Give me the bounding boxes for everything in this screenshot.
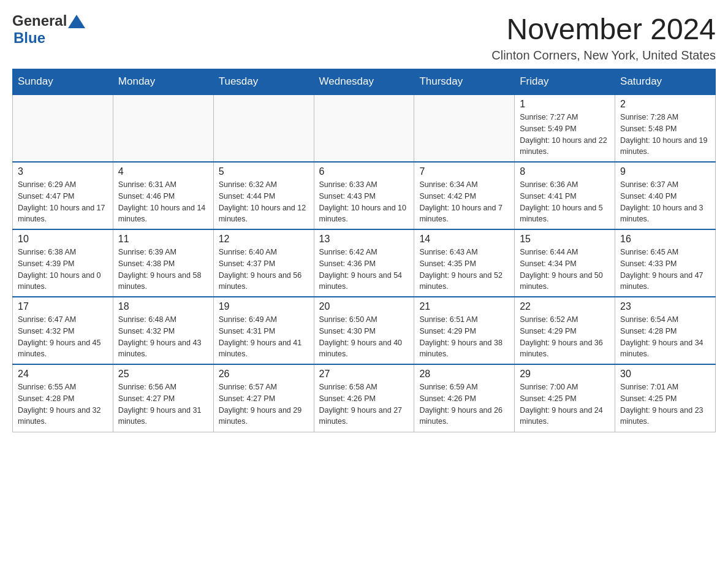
day-info: Sunrise: 6:43 AMSunset: 4:35 PMDaylight:… <box>419 247 509 293</box>
day-number: 18 <box>118 301 208 312</box>
day-number: 3 <box>18 166 108 177</box>
logo-triangle-icon <box>68 15 85 28</box>
day-number: 14 <box>419 234 509 245</box>
day-number: 22 <box>520 301 610 312</box>
calendar-cell-w4-d6: 22Sunrise: 6:52 AMSunset: 4:29 PMDayligh… <box>515 297 615 364</box>
calendar-cell-w1-d1 <box>13 94 113 162</box>
day-info: Sunrise: 6:36 AMSunset: 4:41 PMDaylight:… <box>520 179 610 225</box>
day-number: 29 <box>520 369 610 380</box>
logo: General Blue <box>12 12 85 47</box>
day-info: Sunrise: 6:34 AMSunset: 4:42 PMDaylight:… <box>419 179 509 225</box>
calendar-cell-w1-d2 <box>113 94 213 162</box>
day-info: Sunrise: 6:52 AMSunset: 4:29 PMDaylight:… <box>520 314 610 360</box>
day-number: 23 <box>620 301 710 312</box>
col-sunday: Sunday <box>13 69 113 95</box>
calendar-cell-w5-d1: 24Sunrise: 6:55 AMSunset: 4:28 PMDayligh… <box>13 364 113 432</box>
svg-marker-0 <box>68 15 85 28</box>
logo-blue-text: Blue <box>13 29 45 46</box>
page-header: General Blue November 2024 Clinton Corne… <box>12 12 716 63</box>
day-number: 15 <box>520 234 610 245</box>
calendar-cell-w3-d4: 13Sunrise: 6:42 AMSunset: 4:36 PMDayligh… <box>314 229 414 297</box>
day-info: Sunrise: 6:51 AMSunset: 4:29 PMDaylight:… <box>419 314 509 360</box>
day-info: Sunrise: 6:57 AMSunset: 4:27 PMDaylight:… <box>219 381 309 427</box>
day-number: 25 <box>118 369 208 380</box>
day-number: 26 <box>219 369 309 380</box>
calendar-cell-w5-d5: 28Sunrise: 6:59 AMSunset: 4:26 PMDayligh… <box>414 364 515 432</box>
col-wednesday: Wednesday <box>314 69 414 95</box>
day-number: 24 <box>18 369 108 380</box>
day-number: 13 <box>319 234 409 245</box>
location-subtitle: Clinton Corners, New York, United States <box>491 48 716 63</box>
calendar-cell-w1-d5 <box>414 94 515 162</box>
day-number: 4 <box>118 166 208 177</box>
day-info: Sunrise: 6:54 AMSunset: 4:28 PMDaylight:… <box>620 314 710 360</box>
calendar-cell-w3-d2: 11Sunrise: 6:39 AMSunset: 4:38 PMDayligh… <box>113 229 213 297</box>
calendar-cell-w4-d7: 23Sunrise: 6:54 AMSunset: 4:28 PMDayligh… <box>615 297 716 364</box>
calendar-cell-w3-d3: 12Sunrise: 6:40 AMSunset: 4:37 PMDayligh… <box>213 229 314 297</box>
day-info: Sunrise: 7:01 AMSunset: 4:25 PMDaylight:… <box>620 381 710 427</box>
calendar-cell-w3-d6: 15Sunrise: 6:44 AMSunset: 4:34 PMDayligh… <box>515 229 615 297</box>
day-info: Sunrise: 6:40 AMSunset: 4:37 PMDaylight:… <box>219 247 309 293</box>
title-section: November 2024 Clinton Corners, New York,… <box>491 12 716 63</box>
day-info: Sunrise: 6:48 AMSunset: 4:32 PMDaylight:… <box>118 314 208 360</box>
calendar-cell-w3-d5: 14Sunrise: 6:43 AMSunset: 4:35 PMDayligh… <box>414 229 515 297</box>
day-info: Sunrise: 6:56 AMSunset: 4:27 PMDaylight:… <box>118 381 208 427</box>
calendar-cell-w2-d2: 4Sunrise: 6:31 AMSunset: 4:46 PMDaylight… <box>113 162 213 229</box>
day-number: 28 <box>419 369 509 380</box>
calendar-week-2: 3Sunrise: 6:29 AMSunset: 4:47 PMDaylight… <box>13 162 716 229</box>
day-info: Sunrise: 6:50 AMSunset: 4:30 PMDaylight:… <box>319 314 409 360</box>
day-number: 1 <box>520 99 610 110</box>
day-number: 19 <box>219 301 309 312</box>
calendar-cell-w1-d6: 1Sunrise: 7:27 AMSunset: 5:49 PMDaylight… <box>515 94 615 162</box>
calendar-cell-w2-d5: 7Sunrise: 6:34 AMSunset: 4:42 PMDaylight… <box>414 162 515 229</box>
col-saturday: Saturday <box>615 69 716 95</box>
calendar-cell-w2-d7: 9Sunrise: 6:37 AMSunset: 4:40 PMDaylight… <box>615 162 716 229</box>
calendar-cell-w5-d6: 29Sunrise: 7:00 AMSunset: 4:25 PMDayligh… <box>515 364 615 432</box>
calendar-week-5: 24Sunrise: 6:55 AMSunset: 4:28 PMDayligh… <box>13 364 716 432</box>
day-number: 27 <box>319 369 409 380</box>
day-info: Sunrise: 6:38 AMSunset: 4:39 PMDaylight:… <box>18 247 108 293</box>
day-info: Sunrise: 6:37 AMSunset: 4:40 PMDaylight:… <box>620 179 710 225</box>
calendar-cell-w2-d1: 3Sunrise: 6:29 AMSunset: 4:47 PMDaylight… <box>13 162 113 229</box>
day-number: 9 <box>620 166 710 177</box>
calendar-cell-w2-d3: 5Sunrise: 6:32 AMSunset: 4:44 PMDaylight… <box>213 162 314 229</box>
calendar-cell-w2-d6: 8Sunrise: 6:36 AMSunset: 4:41 PMDaylight… <box>515 162 615 229</box>
calendar-cell-w1-d4 <box>314 94 414 162</box>
calendar-cell-w5-d4: 27Sunrise: 6:58 AMSunset: 4:26 PMDayligh… <box>314 364 414 432</box>
day-info: Sunrise: 7:00 AMSunset: 4:25 PMDaylight:… <box>520 381 610 427</box>
calendar-table: Sunday Monday Tuesday Wednesday Thursday… <box>12 69 716 432</box>
day-info: Sunrise: 6:42 AMSunset: 4:36 PMDaylight:… <box>319 247 409 293</box>
calendar-cell-w3-d1: 10Sunrise: 6:38 AMSunset: 4:39 PMDayligh… <box>13 229 113 297</box>
day-number: 11 <box>118 234 208 245</box>
calendar-cell-w4-d4: 20Sunrise: 6:50 AMSunset: 4:30 PMDayligh… <box>314 297 414 364</box>
day-number: 7 <box>419 166 509 177</box>
day-info: Sunrise: 6:29 AMSunset: 4:47 PMDaylight:… <box>18 179 108 225</box>
day-number: 2 <box>620 99 710 110</box>
calendar-cell-w4-d2: 18Sunrise: 6:48 AMSunset: 4:32 PMDayligh… <box>113 297 213 364</box>
day-number: 20 <box>319 301 409 312</box>
day-info: Sunrise: 6:59 AMSunset: 4:26 PMDaylight:… <box>419 381 509 427</box>
calendar-body: 1Sunrise: 7:27 AMSunset: 5:49 PMDaylight… <box>13 94 716 432</box>
day-info: Sunrise: 6:44 AMSunset: 4:34 PMDaylight:… <box>520 247 610 293</box>
day-info: Sunrise: 7:27 AMSunset: 5:49 PMDaylight:… <box>520 112 610 158</box>
day-info: Sunrise: 6:49 AMSunset: 4:31 PMDaylight:… <box>219 314 309 360</box>
col-thursday: Thursday <box>414 69 515 95</box>
calendar-week-3: 10Sunrise: 6:38 AMSunset: 4:39 PMDayligh… <box>13 229 716 297</box>
day-info: Sunrise: 6:32 AMSunset: 4:44 PMDaylight:… <box>219 179 309 225</box>
calendar-cell-w1-d3 <box>213 94 314 162</box>
day-info: Sunrise: 6:55 AMSunset: 4:28 PMDaylight:… <box>18 381 108 427</box>
calendar-cell-w5-d7: 30Sunrise: 7:01 AMSunset: 4:25 PMDayligh… <box>615 364 716 432</box>
day-number: 5 <box>219 166 309 177</box>
calendar-cell-w1-d7: 2Sunrise: 7:28 AMSunset: 5:48 PMDaylight… <box>615 94 716 162</box>
month-title: November 2024 <box>491 12 716 46</box>
day-number: 8 <box>520 166 610 177</box>
calendar-cell-w3-d7: 16Sunrise: 6:45 AMSunset: 4:33 PMDayligh… <box>615 229 716 297</box>
day-number: 12 <box>219 234 309 245</box>
col-friday: Friday <box>515 69 615 95</box>
calendar-cell-w5-d2: 25Sunrise: 6:56 AMSunset: 4:27 PMDayligh… <box>113 364 213 432</box>
day-number: 16 <box>620 234 710 245</box>
calendar-header: Sunday Monday Tuesday Wednesday Thursday… <box>13 69 716 95</box>
day-number: 6 <box>319 166 409 177</box>
calendar-week-4: 17Sunrise: 6:47 AMSunset: 4:32 PMDayligh… <box>13 297 716 364</box>
calendar-cell-w4-d1: 17Sunrise: 6:47 AMSunset: 4:32 PMDayligh… <box>13 297 113 364</box>
